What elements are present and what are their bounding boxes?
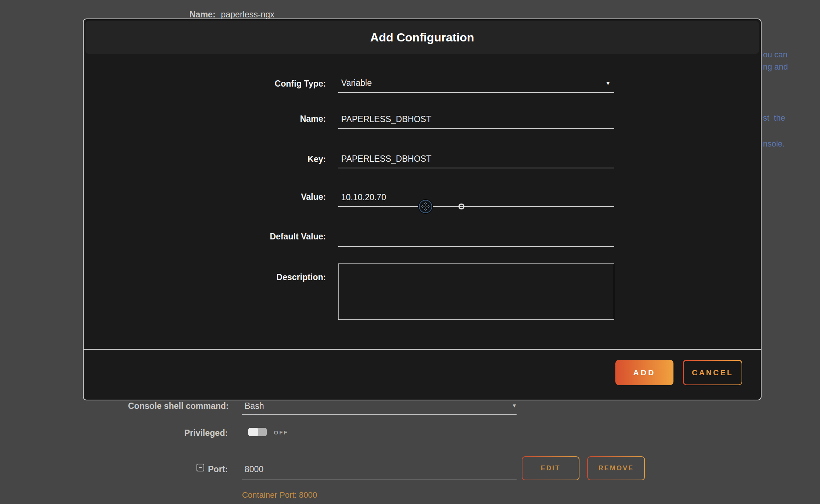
- cancel-button-label: CANCEL: [684, 361, 742, 384]
- bg-privileged-label: Privileged:: [184, 428, 228, 438]
- bg-name-value: paperless-ngx: [221, 10, 274, 20]
- bg-help-text-fragment: nsole.: [763, 139, 785, 149]
- description-textarea[interactable]: [338, 263, 614, 320]
- key-input[interactable]: [338, 153, 614, 168]
- dialog-header: Add Configuration: [85, 21, 759, 54]
- name-input[interactable]: [338, 113, 614, 129]
- collapse-minus-icon[interactable]: [196, 464, 204, 471]
- name-label: Name:: [84, 114, 326, 124]
- footer-divider: [84, 349, 761, 350]
- remove-button-label: REMOVE: [588, 457, 644, 480]
- default-value-label: Default Value:: [84, 232, 326, 242]
- config-type-value: Variable: [341, 78, 372, 88]
- bg-help-text-fragment: st the: [763, 113, 785, 123]
- container-port-hint: Container Port: 8000: [242, 490, 317, 500]
- chevron-down-icon: ▼: [605, 80, 611, 86]
- bg-help-text-fragment: ou can: [763, 50, 787, 60]
- toggle-knob: [248, 428, 258, 436]
- edit-button-label: EDIT: [522, 457, 579, 480]
- input-underline: [242, 480, 517, 480]
- value-label: Value:: [84, 192, 326, 202]
- toggle-state-label: OFF: [274, 429, 288, 436]
- bg-help-text-fragment: ng and: [763, 62, 788, 72]
- input-underline: [242, 414, 517, 415]
- remove-button[interactable]: REMOVE: [587, 456, 645, 480]
- config-type-select[interactable]: Variable ▼: [338, 77, 614, 93]
- edit-button[interactable]: EDIT: [522, 456, 579, 480]
- key-label: Key:: [84, 154, 326, 164]
- add-button[interactable]: ADD: [615, 360, 673, 385]
- bg-port-value[interactable]: 8000: [245, 464, 263, 474]
- bg-name-label: Name:: [189, 10, 215, 20]
- add-button-label: ADD: [633, 368, 656, 377]
- page: Name: paperless-ngx Console shell comman…: [0, 0, 820, 504]
- dialog-title: Add Configuration: [370, 31, 474, 44]
- bg-console-label: Console shell command:: [128, 401, 229, 411]
- privileged-toggle[interactable]: [248, 428, 267, 436]
- bg-console-value[interactable]: Bash: [245, 401, 264, 411]
- chevron-down-icon: ▼: [512, 403, 517, 409]
- circle-cursor-marker: [458, 204, 464, 209]
- value-input[interactable]: [338, 191, 614, 207]
- config-type-label: Config Type:: [84, 79, 326, 89]
- move-cursor-icon: [419, 200, 432, 213]
- default-value-input[interactable]: [338, 231, 614, 247]
- bg-port-label: Port:: [208, 464, 228, 474]
- cancel-button[interactable]: CANCEL: [683, 360, 742, 385]
- description-label: Description:: [84, 272, 326, 282]
